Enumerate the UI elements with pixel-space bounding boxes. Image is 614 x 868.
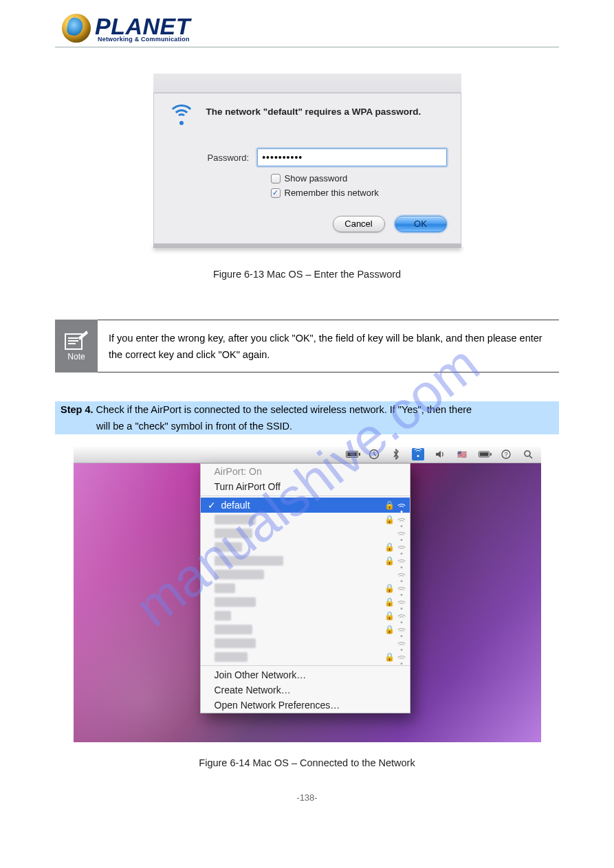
battery-icon (346, 448, 358, 460)
svg-point-7 (525, 451, 530, 456)
ok-button[interactable]: OK (395, 216, 447, 232)
figure-caption-2: Figure 6-14 Mac OS – Connected to the Ne… (55, 757, 559, 768)
join-other-network[interactable]: Join Other Network… (201, 667, 410, 682)
svg-text:?: ? (504, 451, 507, 458)
show-password-checkbox[interactable] (271, 174, 281, 183)
dropdown-separator (201, 665, 410, 666)
timemachine-icon (368, 448, 380, 460)
network-item[interactable]: 🔒 (201, 609, 410, 623)
open-network-preferences[interactable]: Open Network Preferences… (201, 698, 410, 713)
note-text: If you enter the wrong key, after you cl… (98, 320, 559, 372)
page-number: -138- (55, 792, 559, 803)
bluetooth-icon (390, 448, 402, 460)
password-label: Password: (208, 153, 250, 163)
wifi-icon (168, 107, 195, 131)
step-line2: will be a "check" symbol in front of the… (55, 418, 559, 434)
battery2-icon (478, 448, 490, 460)
network-item[interactable]: 🔒 (201, 554, 410, 568)
step4-block: Step 4. Check if the AirPort is connecte… (55, 401, 559, 434)
step-line1: Check if the AirPort is connected to the… (94, 404, 472, 415)
network-item[interactable]: 🔒 (201, 540, 410, 554)
wifi-menubar-icon[interactable] (412, 448, 424, 460)
dialog-message: The network "default" requires a WPA pas… (206, 106, 421, 118)
network-item[interactable]: 🔒 (201, 581, 410, 595)
logo-title: PLANET (95, 14, 190, 38)
network-item[interactable]: 🔒 (201, 513, 410, 526)
create-network[interactable]: Create Network… (201, 682, 410, 698)
flag-icon: 🇺🇸 (456, 448, 468, 460)
network-item[interactable] (201, 636, 410, 650)
airport-status: AirPort: On (201, 464, 410, 479)
remember-network-checkbox[interactable]: ✓ (271, 188, 281, 198)
network-item[interactable]: 🔒 (201, 595, 410, 609)
brand-logo: PLANET Networking & Communication (55, 14, 559, 43)
header-divider (55, 47, 559, 47)
cancel-button[interactable]: Cancel (333, 216, 385, 232)
svg-line-8 (529, 456, 532, 458)
turn-airport-off[interactable]: Turn AirPort Off (201, 479, 410, 494)
note-icon: Note (55, 320, 98, 372)
lock-icon: 🔒 (384, 500, 395, 510)
spotlight-icon (522, 448, 534, 460)
password-input[interactable] (257, 148, 446, 166)
network-item[interactable] (201, 568, 410, 581)
figure-caption-1: Figure 6-13 Mac OS – Enter the Password (55, 269, 559, 280)
note-block: Note If you enter the wrong key, after y… (55, 320, 559, 372)
airport-screenshot: 🇺🇸 ? AirPort: On Turn AirPort Off defaul… (74, 447, 541, 742)
network-ssid: default (221, 500, 250, 511)
dialog-shadow (153, 244, 461, 248)
logo-globe-icon (62, 14, 91, 43)
logo-subtitle: Networking & Communication (95, 36, 190, 43)
remember-network-label: Remember this network (285, 186, 379, 201)
dialog-titlebar (153, 74, 461, 93)
note-icon-label: Note (67, 352, 85, 361)
network-item[interactable] (201, 526, 410, 540)
step-prefix: Step 4. (61, 404, 94, 415)
network-item[interactable]: 🔒 (201, 623, 410, 636)
wpa-password-dialog: The network "default" requires a WPA pas… (153, 74, 461, 248)
network-item-selected[interactable]: default 🔒 (201, 498, 410, 513)
network-item[interactable]: 🔒 (201, 650, 410, 664)
airport-dropdown[interactable]: AirPort: On Turn AirPort Off default 🔒 🔒… (200, 463, 410, 713)
mac-menubar: 🇺🇸 ? (74, 447, 541, 463)
dropdown-separator (201, 496, 410, 496)
help-icon: ? (500, 448, 512, 460)
volume-icon (434, 448, 446, 460)
show-password-label: Show password (285, 172, 348, 186)
